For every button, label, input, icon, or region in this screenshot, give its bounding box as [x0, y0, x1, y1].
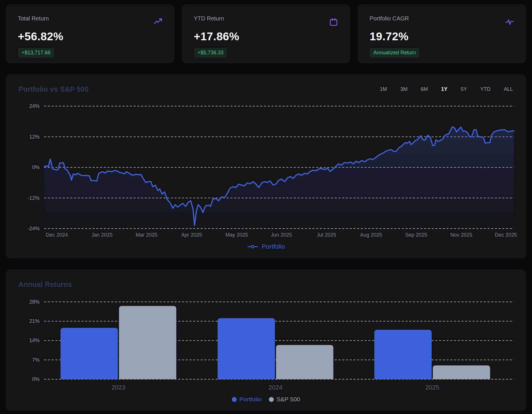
- performance-legend[interactable]: Portfolio: [14, 243, 518, 250]
- x-tick-label: May 2025: [225, 232, 248, 238]
- bar-portfolio-2023[interactable]: [60, 328, 118, 379]
- stat-card-ytd-return: YTD Return +17.86% +$5,736.33: [182, 5, 350, 63]
- portfolio-dot-icon: [232, 397, 237, 402]
- calendar-icon: [329, 15, 338, 27]
- range-button-5y[interactable]: 5Y: [460, 85, 468, 93]
- time-range-selector: 1M 3M 6M 1Y 5Y YTD ALL: [379, 85, 514, 93]
- stat-badge: Annualized Return: [370, 48, 420, 58]
- bar-sp500-2025[interactable]: [433, 365, 490, 379]
- annual-chart-title: Annual Returns: [18, 280, 72, 289]
- trending-up-icon: [153, 15, 162, 27]
- bar-portfolio-2024[interactable]: [218, 318, 275, 379]
- y-tick-label: -12%: [28, 195, 40, 201]
- range-button-all[interactable]: ALL: [503, 85, 514, 93]
- stat-title: Portfolio CAGR: [370, 15, 409, 22]
- stat-value: +17.86%: [194, 30, 338, 43]
- range-button-1m[interactable]: 1M: [379, 85, 388, 93]
- legend-label-portfolio: Portfolio: [239, 396, 261, 403]
- legend-label-sp500: S&P 500: [276, 396, 300, 403]
- x-tick-label: Nov 2025: [450, 232, 472, 238]
- legend-item-portfolio[interactable]: Portfolio: [232, 396, 261, 403]
- annual-legend: Portfolio S&P 500: [14, 396, 518, 403]
- range-button-3m[interactable]: 3M: [400, 85, 408, 93]
- bar-portfolio-2025[interactable]: [374, 330, 432, 379]
- x-tick-label: Aug 2025: [360, 232, 382, 238]
- bar-sp500-2024[interactable]: [276, 345, 333, 379]
- y-tick-label: 24%: [29, 103, 40, 109]
- activity-icon: [505, 15, 514, 27]
- legend-item-sp500[interactable]: S&P 500: [269, 396, 300, 403]
- category-label: 2025: [425, 384, 439, 391]
- sp500-dot-icon: [269, 397, 274, 402]
- stat-value: +56.82%: [18, 30, 162, 43]
- x-tick-label: Jun 2025: [271, 232, 292, 238]
- annual-bar-chart[interactable]: 0%7%14%21%28%202320242025: [14, 293, 518, 392]
- y-tick-label: -24%: [28, 226, 40, 231]
- x-tick-label: Mar 2025: [136, 232, 158, 238]
- stat-value: 19.72%: [370, 30, 514, 43]
- category-label: 2023: [111, 384, 125, 391]
- y-tick-label: 0%: [32, 164, 40, 170]
- stat-title: Total Return: [18, 15, 49, 22]
- x-tick-label: Jul 2025: [317, 232, 336, 238]
- x-tick-label: Dec 2025: [495, 232, 517, 238]
- stat-card-row: Total Return +56.82% +$13,717.66 YTD Ret…: [6, 5, 526, 63]
- range-button-ytd[interactable]: YTD: [480, 85, 491, 93]
- range-button-6m[interactable]: 6M: [420, 85, 428, 93]
- dashboard-page: Total Return +56.82% +$13,717.66 YTD Ret…: [0, 0, 532, 414]
- y-tick-label: 21%: [29, 319, 40, 324]
- legend-label-portfolio: Portfolio: [262, 243, 285, 250]
- x-tick-label: Sep 2025: [405, 232, 427, 238]
- x-tick-label: Jan 2025: [91, 232, 113, 238]
- y-tick-label: 0%: [32, 376, 40, 382]
- stat-badge: +$5,736.33: [194, 48, 227, 58]
- stat-title: YTD Return: [194, 15, 224, 22]
- performance-chart-card: Portfolio vs S&P 500 1M 3M 6M 1Y 5Y YTD …: [6, 74, 526, 258]
- range-button-1y[interactable]: 1Y: [441, 85, 448, 93]
- performance-chart-title: Portfolio vs S&P 500: [18, 85, 89, 93]
- stat-badge: +$13,717.66: [18, 48, 54, 58]
- stat-card-portfolio-cagr: Portfolio CAGR 19.72% Annualized Return: [358, 5, 526, 63]
- y-tick-label: 14%: [29, 338, 40, 344]
- stat-card-total-return: Total Return +56.82% +$13,717.66: [6, 5, 174, 63]
- bar-sp500-2023[interactable]: [119, 306, 176, 379]
- portfolio-area: [44, 127, 514, 232]
- annual-returns-card: Annual Returns 0%7%14%21%28%202320242025…: [6, 270, 526, 411]
- y-tick-label: 12%: [29, 134, 40, 140]
- x-tick-label: Apr 2025: [181, 232, 202, 238]
- performance-line-chart[interactable]: 24%12%0%-12%-24%Dec 2024Jan 2025Mar 2025…: [14, 97, 518, 241]
- x-tick-label: Dec 2024: [46, 232, 68, 238]
- y-tick-label: 7%: [32, 357, 40, 363]
- line-legend-glyph: [247, 245, 259, 249]
- category-label: 2024: [269, 384, 283, 391]
- y-tick-label: 28%: [29, 299, 40, 305]
